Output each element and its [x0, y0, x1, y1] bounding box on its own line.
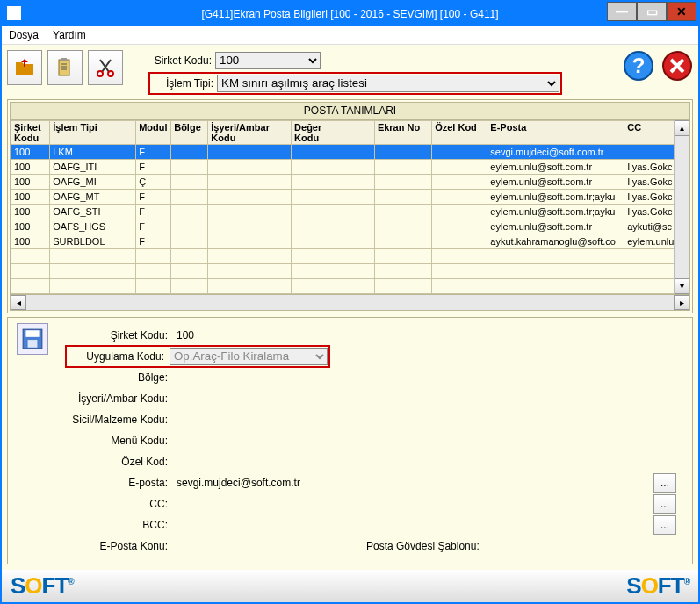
- save-button[interactable]: [17, 323, 48, 355]
- cell[interactable]: [374, 219, 431, 234]
- cell[interactable]: OAFS_HGS: [50, 219, 136, 234]
- cell[interactable]: eylem.unlu@soft.com.tr: [487, 175, 624, 190]
- table-row[interactable]: 100SURBLDOLFaykut.kahramanoglu@soft.coey…: [11, 234, 689, 249]
- close-button[interactable]: ✕: [667, 2, 696, 21]
- cell[interactable]: [292, 190, 375, 205]
- cell[interactable]: sevgi.mujdeci@soft.com.tr: [487, 145, 624, 160]
- table-row[interactable]: 100LKMFsevgi.mujdeci@soft.com.tr: [11, 145, 689, 160]
- scroll-right-icon[interactable]: ▸: [674, 295, 689, 310]
- maximize-button[interactable]: ▭: [637, 2, 667, 21]
- col-header[interactable]: Özel Kod: [432, 120, 487, 144]
- cell[interactable]: [432, 145, 487, 160]
- cancel-icon[interactable]: [661, 50, 693, 82]
- cell[interactable]: F: [136, 190, 171, 205]
- scroll-up-icon[interactable]: ▴: [675, 120, 689, 136]
- cell[interactable]: aykut.kahramanoglu@soft.co: [487, 234, 624, 249]
- col-header[interactable]: İşlem Tipi: [50, 120, 136, 144]
- table-row[interactable]: 100OAFG_ITIFeylem.unlu@soft.com.trIlyas.…: [11, 160, 689, 175]
- cell[interactable]: [171, 175, 208, 190]
- cell[interactable]: [432, 205, 487, 219]
- col-header[interactable]: ŞirketKodu: [11, 120, 50, 144]
- open-folder-button[interactable]: [7, 50, 42, 85]
- col-header[interactable]: Bölge: [171, 120, 208, 144]
- cell[interactable]: OAFG_STI: [50, 205, 136, 219]
- cc-browse-button[interactable]: ...: [653, 494, 676, 514]
- grid-vscroll[interactable]: ▴ ▾: [674, 120, 689, 294]
- cell[interactable]: OAFG_ITI: [50, 160, 136, 175]
- cell[interactable]: [432, 190, 487, 205]
- cell[interactable]: OAFG_MI: [50, 175, 136, 190]
- f-uyg-select[interactable]: Op.Araç-Filo Kiralama: [170, 348, 328, 365]
- table-row[interactable]: 100OAFG_STIFeylem.unlu@soft.com.tr;aykuI…: [11, 205, 689, 219]
- cut-button[interactable]: [88, 50, 123, 85]
- grid-hscroll[interactable]: ◂ ▸: [10, 295, 690, 311]
- cell[interactable]: 100: [11, 160, 50, 175]
- cell[interactable]: [171, 190, 208, 205]
- cell[interactable]: eylem.unlu@soft.com.tr: [487, 160, 624, 175]
- paste-button[interactable]: [47, 50, 83, 85]
- cell[interactable]: eylem.unlu@soft.com.tr: [487, 219, 624, 234]
- col-header[interactable]: İşyeri/AmbarKodu: [208, 120, 292, 144]
- table-row[interactable]: 100OAFG_MTFeylem.unlu@soft.com.tr;aykuIl…: [11, 190, 689, 205]
- menu-file[interactable]: Dosya: [9, 29, 39, 41]
- col-header[interactable]: E-Posta: [487, 120, 624, 144]
- bcc-browse-button[interactable]: ...: [653, 515, 676, 535]
- cell[interactable]: [171, 205, 208, 219]
- cell[interactable]: [171, 219, 208, 234]
- cell[interactable]: 100: [11, 190, 50, 205]
- islem-tipi-select[interactable]: KM sınırı aşılmış araç listesi: [217, 75, 559, 92]
- cell[interactable]: 100: [11, 205, 50, 219]
- cell[interactable]: eylem.unlu@soft.com.tr;ayku: [487, 190, 624, 205]
- cell[interactable]: [208, 190, 292, 205]
- cell[interactable]: F: [136, 205, 171, 219]
- cell[interactable]: [171, 145, 208, 160]
- col-header[interactable]: Modul: [136, 120, 171, 144]
- cell[interactable]: [374, 160, 431, 175]
- cell[interactable]: [374, 205, 431, 219]
- scroll-down-icon[interactable]: ▾: [675, 278, 689, 294]
- cell[interactable]: [208, 160, 292, 175]
- cell[interactable]: [292, 160, 375, 175]
- cell[interactable]: F: [136, 160, 171, 175]
- cell[interactable]: [374, 175, 431, 190]
- table-row[interactable]: 100OAFG_MIÇeylem.unlu@soft.com.trIlyas.G…: [11, 175, 689, 190]
- col-header[interactable]: Ekran No: [374, 120, 431, 144]
- cell[interactable]: [292, 205, 375, 219]
- cell[interactable]: [208, 219, 292, 234]
- cell[interactable]: [292, 145, 375, 160]
- cell[interactable]: [432, 234, 487, 249]
- cell[interactable]: LKM: [50, 145, 136, 160]
- cell[interactable]: F: [136, 234, 171, 249]
- cell[interactable]: [171, 160, 208, 175]
- cell[interactable]: F: [136, 219, 171, 234]
- cell[interactable]: F: [136, 145, 171, 160]
- help-icon[interactable]: ?: [623, 50, 654, 82]
- cell[interactable]: [292, 234, 375, 249]
- cell[interactable]: 100: [11, 219, 50, 234]
- cell[interactable]: 100: [11, 175, 50, 190]
- cell[interactable]: [374, 190, 431, 205]
- cell[interactable]: OAFG_MT: [50, 190, 136, 205]
- menu-help[interactable]: Yardım: [53, 29, 86, 41]
- cell[interactable]: [292, 175, 375, 190]
- scroll-left-icon[interactable]: ◂: [11, 295, 26, 310]
- cell[interactable]: [432, 160, 487, 175]
- minimize-button[interactable]: —: [607, 2, 637, 21]
- cell[interactable]: [432, 175, 487, 190]
- col-header[interactable]: DeğerKodu: [292, 120, 375, 144]
- cell[interactable]: Ç: [136, 175, 171, 190]
- sirket-kodu-select[interactable]: 100: [215, 52, 321, 69]
- cell[interactable]: [374, 145, 431, 160]
- cell[interactable]: SURBLDOL: [50, 234, 136, 249]
- cell[interactable]: [432, 219, 487, 234]
- posta-table[interactable]: ŞirketKoduİşlem TipiModulBölgeİşyeri/Amb…: [11, 120, 689, 294]
- cell[interactable]: [171, 234, 208, 249]
- cell[interactable]: 100: [11, 145, 50, 160]
- cell[interactable]: [208, 145, 292, 160]
- cell[interactable]: [208, 234, 292, 249]
- cell[interactable]: [374, 234, 431, 249]
- table-row[interactable]: 100OAFS_HGSFeylem.unlu@soft.com.traykuti…: [11, 219, 689, 234]
- cell[interactable]: [208, 175, 292, 190]
- cell[interactable]: eylem.unlu@soft.com.tr;ayku: [487, 205, 624, 219]
- cell[interactable]: 100: [11, 234, 50, 249]
